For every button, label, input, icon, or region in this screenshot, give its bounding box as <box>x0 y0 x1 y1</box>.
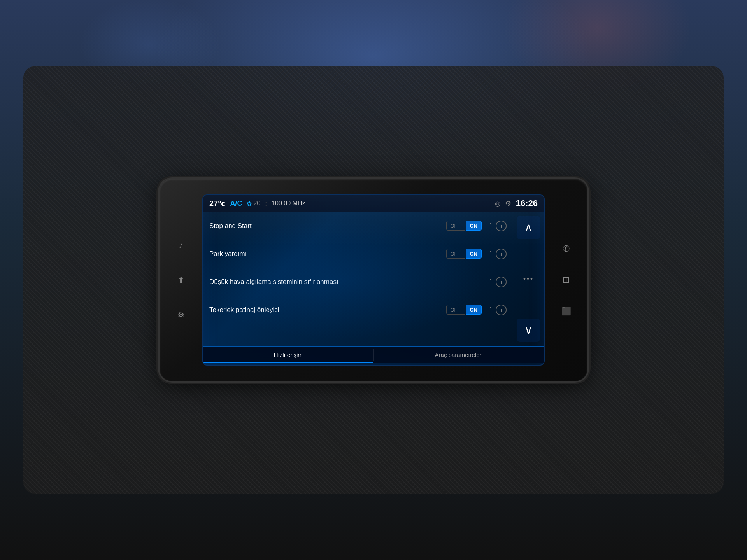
scroll-down-button[interactable]: ∨ <box>517 318 540 342</box>
park-label: Park yardımı <box>209 250 446 258</box>
setting-row-tpms: Düşük hava algılama sisteminin sıfırlanm… <box>203 268 513 296</box>
park-toggle[interactable]: OFF ON <box>446 249 482 259</box>
phone-icon: ✆ <box>563 244 570 254</box>
scroll-up-button[interactable]: ∧ <box>517 216 540 239</box>
grid-button[interactable]: ⊞ <box>558 272 574 288</box>
dashboard-scene: ♪ ⬆ ❅ 27°c A/C ✿ 20 : 100.00 MHz <box>101 144 646 416</box>
nav-dots: ••• <box>523 275 533 284</box>
fan-icon: ❅ <box>177 310 184 320</box>
stop-start-off[interactable]: OFF <box>446 221 465 231</box>
tab-vehicle-params-label: Araç parametreleri <box>435 352 483 358</box>
fan-display: ✿ 20 <box>247 200 260 207</box>
stop-start-info[interactable]: i <box>496 220 507 231</box>
music-button[interactable]: ♪ <box>173 237 189 253</box>
park-info[interactable]: i <box>496 248 507 259</box>
grid-icon: ⊞ <box>563 275 570 285</box>
left-controls: ♪ ⬆ ❅ <box>167 233 195 327</box>
park-on[interactable]: ON <box>466 249 482 259</box>
nav-arrows: ∧ ••• ∨ <box>513 212 544 346</box>
stop-start-toggle[interactable]: OFF ON <box>446 221 482 231</box>
stop-start-label: Stop and Start <box>209 222 446 230</box>
tab-quick-access[interactable]: Hızlı erişim <box>203 346 374 363</box>
right-controls: ✆ ⊞ ⬛ <box>552 237 580 323</box>
stop-start-menu[interactable]: ⋮ <box>487 222 493 229</box>
setting-row-park: Park yardımı OFF ON ⋮ i <box>203 240 513 268</box>
music-icon: ♪ <box>179 240 183 250</box>
phone-button[interactable]: ✆ <box>558 241 574 257</box>
tab-bar: Hızlı erişim Araç parametreleri <box>203 346 544 363</box>
traction-menu[interactable]: ⋮ <box>487 306 493 313</box>
clock-display: 16:26 <box>516 198 538 208</box>
down-arrow-icon: ∨ <box>524 325 533 336</box>
radio-freq[interactable]: 100.00 MHz <box>272 200 305 207</box>
fan-speed: 20 <box>253 200 260 207</box>
tab-quick-access-label: Hızlı erişim <box>274 352 303 358</box>
car-icon: ⬛ <box>561 306 571 316</box>
traction-label: Tekerlek patinaj önleyici <box>209 306 446 314</box>
navigation-icon: ⬆ <box>178 275 184 285</box>
setting-row-traction: Tekerlek patinaj önleyici OFF ON ⋮ i <box>203 296 513 324</box>
temperature-display: 27°c <box>209 199 225 208</box>
up-arrow-icon: ∧ <box>524 222 533 233</box>
screen-content: Stop and Start OFF ON ⋮ i Park yardımı O… <box>203 212 544 346</box>
main-screen: 27°c A/C ✿ 20 : 100.00 MHz ◎ ⚙ 16:26 <box>202 194 545 366</box>
ac-label[interactable]: A/C <box>230 200 242 208</box>
tab-vehicle-params[interactable]: Araç parametreleri <box>374 346 544 363</box>
status-divider: : <box>265 200 267 208</box>
park-menu[interactable]: ⋮ <box>487 250 493 257</box>
stop-start-on[interactable]: ON <box>466 221 482 231</box>
infotainment-unit: ♪ ⬆ ❅ 27°c A/C ✿ 20 : 100.00 MHz <box>160 179 587 381</box>
setting-row-stop-start: Stop and Start OFF ON ⋮ i <box>203 212 513 240</box>
traction-on[interactable]: ON <box>466 305 482 315</box>
park-off[interactable]: OFF <box>446 249 465 259</box>
tpms-label: Düşük hava algılama sisteminin sıfırlanm… <box>209 278 485 286</box>
fan-spin-icon: ✿ <box>247 200 252 207</box>
traction-off[interactable]: OFF <box>446 305 465 315</box>
tpms-info[interactable]: i <box>496 276 507 287</box>
car-button[interactable]: ⬛ <box>558 303 574 319</box>
fan-button[interactable]: ❅ <box>173 307 189 323</box>
settings-list: Stop and Start OFF ON ⋮ i Park yardımı O… <box>203 212 513 346</box>
tpms-menu[interactable]: ⋮ <box>487 278 493 285</box>
traction-info[interactable]: i <box>496 304 507 315</box>
status-right: ◎ ⚙ 16:26 <box>495 198 538 208</box>
navigation-button[interactable]: ⬆ <box>173 272 189 288</box>
traction-toggle[interactable]: OFF ON <box>446 305 482 315</box>
location-icon: ◎ <box>495 200 500 207</box>
settings-icon[interactable]: ⚙ <box>505 199 511 208</box>
status-bar: 27°c A/C ✿ 20 : 100.00 MHz ◎ ⚙ 16:26 <box>203 195 544 212</box>
